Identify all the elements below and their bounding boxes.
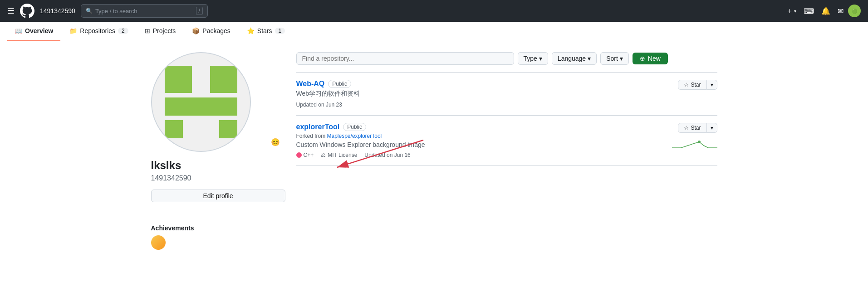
star-icon: ⭐ — [247, 27, 255, 34]
repo-desc-web-aq: Web学习的软件和资料 — [296, 90, 678, 98]
repo-name-web-aq[interactable]: Web-AQ — [296, 80, 325, 88]
tab-repositories-label: Repositories — [80, 27, 115, 34]
search-placeholder: Type / to search — [95, 8, 137, 15]
star-dropdown-web-aq[interactable]: ▾ — [707, 80, 717, 90]
avatar-emoji: 😊 — [271, 138, 280, 146]
fork-link-explorertool[interactable]: Maplespe/explorerTool — [327, 133, 382, 139]
plus-button[interactable]: ＋ ▾ — [783, 4, 799, 19]
star-dropdown-chevron-2: ▾ — [711, 125, 713, 131]
repo-info-explorertool: explorerTool Public Forked from Maplespe… — [296, 123, 672, 158]
repo-list: Web-AQ Public Web学习的软件和资料 Updated on Jun… — [296, 72, 717, 166]
pixel-5 — [219, 120, 237, 138]
lang-label-explorertool: C++ — [304, 152, 314, 158]
tab-overview[interactable]: 📖 Overview — [7, 22, 60, 41]
language-dropdown[interactable]: Language ▾ — [552, 52, 597, 65]
updated-at-explorertool: Updated on Jun 16 — [364, 152, 410, 158]
sort-label: Sort — [606, 55, 618, 62]
tab-overview-label: Overview — [25, 27, 53, 34]
tab-packages-label: Packages — [202, 27, 230, 34]
repo-meta-web-aq: Updated on Jun 23 — [296, 102, 678, 108]
tab-stars-label: Stars — [257, 27, 272, 34]
repo-name-explorertool[interactable]: explorerTool — [296, 123, 340, 131]
profile-name: lkslks — [151, 159, 285, 172]
repositories-badge: 2 — [118, 28, 128, 34]
inbox-button[interactable]: ✉ — [835, 4, 846, 18]
profile-username: 1491342590 — [151, 174, 285, 182]
search-bar[interactable]: 🔍 Type / to search / — [81, 4, 208, 18]
right-content: Type ▾ Language ▾ Sort ▾ ⊕ New — [296, 52, 717, 251]
updated-at-web-aq: Updated on Jun 23 — [296, 102, 342, 108]
secondary-nav: 📖 Overview 📁 Repositories 2 ⊞ Projects 📦… — [0, 22, 868, 41]
license-item: ⚖ MIT License — [321, 152, 357, 158]
tab-stars[interactable]: ⭐ Stars 1 — [240, 22, 292, 41]
package-icon: 📦 — [192, 27, 200, 34]
pixel-2 — [210, 66, 237, 93]
divider — [151, 217, 285, 217]
pixel-3 — [165, 97, 237, 116]
achievement-badge — [151, 235, 166, 250]
avatar-initials: 🟢 — [852, 9, 857, 14]
activity-chart — [672, 136, 717, 150]
star-button-web-aq[interactable]: ☆ Star — [678, 80, 706, 90]
notification-button[interactable]: 🔔 — [819, 4, 833, 18]
license-label-explorertool: MIT License — [328, 152, 357, 158]
table-icon: ⊞ — [145, 27, 150, 34]
book-icon: 📖 — [15, 27, 22, 34]
pixel-4 — [165, 120, 183, 138]
nav-left: ☰ 1491342590 — [7, 4, 75, 18]
language-label: Language — [558, 55, 586, 62]
visibility-badge-explorertool: Public — [343, 123, 366, 131]
repo-actions-web-aq: ☆ Star ▾ — [678, 80, 717, 90]
visibility-badge-web-aq: Public — [328, 80, 351, 88]
fork-info-explorertool: Forked from Maplespe/explorerTool — [296, 133, 672, 139]
new-repo-button[interactable]: ⊕ New — [633, 53, 668, 64]
lang-item: C++ — [296, 152, 314, 158]
pixel-1 — [165, 66, 192, 93]
repo-item-explorertool: explorerTool Public Forked from Maplespe… — [296, 116, 717, 166]
terminal-button[interactable]: ⌨ — [801, 4, 817, 18]
repo-actions-col-explorertool: ☆ Star ▾ — [672, 123, 717, 150]
plus-icon: ＋ — [786, 6, 793, 16]
tab-packages[interactable]: 📦 Packages — [185, 22, 237, 41]
star-button-explorertool[interactable]: ☆ Star — [678, 123, 706, 133]
nav-icons: ＋ ▾ ⌨ 🔔 ✉ 🟢 — [783, 4, 861, 19]
repo-toolbar: Type ▾ Language ▾ Sort ▾ ⊕ New — [296, 52, 717, 65]
svg-point-0 — [698, 141, 701, 143]
find-repo-input[interactable] — [296, 52, 514, 65]
sort-chevron-icon: ▾ — [620, 55, 623, 62]
search-icon: 🔍 — [86, 8, 93, 14]
star-dropdown-chevron: ▾ — [711, 82, 713, 88]
stars-badge: 1 — [275, 28, 285, 34]
achievements-title: Achievements — [151, 224, 285, 232]
top-nav: ☰ 1491342590 🔍 Type / to search / ＋ ▾ ⌨ … — [0, 0, 868, 22]
tab-projects-label: Projects — [153, 27, 176, 34]
nav-username: 1491342590 — [40, 7, 75, 15]
repo-item-web-aq: Web-AQ Public Web学习的软件和资料 Updated on Jun… — [296, 73, 717, 116]
star-label-web-aq: Star — [691, 82, 701, 88]
search-slash: / — [196, 7, 203, 15]
left-sidebar: 😊 lkslks 1491342590 Edit profile Achieve… — [151, 52, 285, 251]
type-dropdown[interactable]: Type ▾ — [518, 52, 548, 65]
avatar-pixel-art — [160, 61, 242, 143]
hamburger-icon[interactable]: ☰ — [7, 6, 15, 16]
github-logo[interactable] — [20, 4, 34, 18]
tab-projects[interactable]: ⊞ Projects — [137, 22, 183, 41]
main-layout: 😊 lkslks 1491342590 Edit profile Achieve… — [144, 41, 725, 262]
repo-name-row-web-aq: Web-AQ Public — [296, 80, 678, 88]
repo-list-wrapper: Web-AQ Public Web学习的软件和资料 Updated on Jun… — [296, 72, 717, 166]
user-avatar-small[interactable]: 🟢 — [848, 5, 861, 17]
star-dropdown-explorertool[interactable]: ▾ — [707, 123, 717, 133]
repo-desc-explorertool: Custom Windows Explorer background image — [296, 141, 672, 148]
lang-dot-explorertool — [296, 152, 302, 158]
edit-profile-button[interactable]: Edit profile — [151, 190, 285, 202]
new-plus-icon: ⊕ — [640, 55, 645, 62]
star-icon-explorertool: ☆ — [684, 125, 689, 131]
scale-icon: ⚖ — [321, 152, 326, 158]
chevron-icon: ▾ — [794, 9, 796, 14]
pixel-notch — [185, 120, 217, 138]
repo-name-row-explorertool: explorerTool Public — [296, 123, 672, 131]
sort-dropdown[interactable]: Sort ▾ — [600, 52, 629, 65]
tab-repositories[interactable]: 📁 Repositories 2 — [62, 22, 136, 41]
repo-info-web-aq: Web-AQ Public Web学习的软件和资料 Updated on Jun… — [296, 80, 678, 108]
repo-actions-explorertool: ☆ Star ▾ — [678, 123, 717, 133]
